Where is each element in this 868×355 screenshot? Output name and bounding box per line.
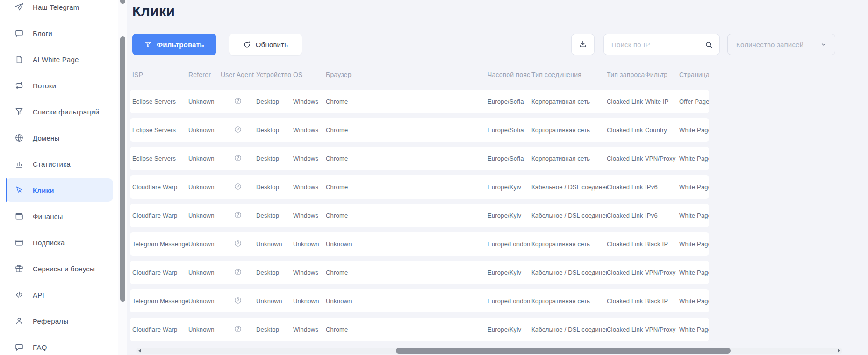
cell-device: Desktop (256, 326, 293, 333)
cell-timezone: Europe/London (488, 298, 531, 305)
cell-referer: Unknown (188, 212, 221, 219)
vertical-scrollbar-thumb-top[interactable] (120, 0, 125, 4)
sidebar-item-flows[interactable]: Потоки (6, 74, 113, 97)
cell-user-agent (221, 97, 256, 106)
vertical-scrollbar-thumb[interactable] (120, 36, 125, 302)
sidebar-item-clicks[interactable]: Клики (6, 178, 113, 202)
gift-icon (14, 264, 24, 273)
sidebar-item-telegram[interactable]: Наш Telegram (6, 0, 113, 19)
user-agent-question-circle-icon[interactable] (234, 182, 242, 191)
sidebar-item-domains[interactable]: Домены (6, 126, 113, 149)
chevron-down-icon (820, 41, 827, 48)
sidebar-item-ai-white-page[interactable]: AI White Page (6, 48, 113, 71)
cell-browser: Chrome (326, 127, 488, 134)
cell-user-agent (221, 239, 256, 249)
cell-referer: Unknown (188, 98, 221, 105)
user-agent-question-circle-icon[interactable] (234, 268, 242, 276)
sidebar-item-services[interactable]: Сервисы и бонусы (6, 257, 113, 280)
cell-isp: Telegram Messenger (130, 298, 188, 305)
cell-user-agent (221, 154, 256, 163)
user-agent-question-circle-icon[interactable] (234, 296, 242, 305)
cell-timezone: Europe/Sofia (488, 98, 531, 105)
sidebar-item-label: Блоги (33, 29, 52, 37)
sidebar-item-label: Наш Telegram (33, 3, 79, 11)
user-agent-question-circle-icon[interactable] (234, 125, 242, 134)
horizontal-scrollbar-thumb[interactable] (396, 348, 731, 354)
refresh-button[interactable]: Обновить (229, 34, 302, 55)
cell-page: Offer Page (679, 98, 709, 105)
sidebar-item-label: API (33, 291, 44, 299)
horizontal-scrollbar[interactable] (136, 348, 842, 354)
sidebar-item-label: Сервисы и бонусы (33, 265, 95, 273)
cell-browser: Chrome (326, 155, 488, 162)
cell-page: White Page (679, 326, 709, 333)
column-header: Тип соединения (531, 71, 607, 78)
cell-connection: Кабельное / DSL соединение (531, 212, 607, 219)
sidebar-item-statistics[interactable]: Статистика (6, 152, 113, 176)
search-box (603, 34, 720, 55)
sidebar-item-finance[interactable]: Финансы (6, 205, 113, 228)
globe-icon (14, 133, 24, 142)
sidebar-item-label: Финансы (33, 213, 63, 220)
sidebar-item-filter-lists[interactable]: Списки фильтраций (6, 100, 113, 123)
cell-timezone: Europe/Kyiv (488, 326, 531, 333)
cell-request-type: Cloaked Link (607, 326, 645, 333)
cell-user-agent (221, 211, 256, 220)
search-input[interactable] (604, 34, 705, 55)
cell-user-agent (221, 296, 256, 306)
download-icon (578, 39, 588, 50)
cell-page: White Page (679, 269, 709, 276)
main-content: Клики Фильтровать Обновить Количество за… (127, 0, 868, 355)
cell-browser: Unknown (326, 241, 488, 248)
cell-connection: Корпоративная сеть (531, 241, 607, 248)
filter-button[interactable]: Фильтровать (132, 34, 216, 55)
user-agent-question-circle-icon[interactable] (234, 325, 242, 333)
sidebar-item-subscription[interactable]: Подписка (6, 231, 113, 254)
user-agent-question-circle-icon[interactable] (234, 154, 242, 162)
user-agent-question-circle-icon[interactable] (234, 239, 242, 248)
cursor-icon (14, 185, 24, 195)
column-header: Часовой пояс (488, 71, 531, 78)
sidebar-nav: Наш TelegramБлогиAI White PageПотокиСпис… (0, 0, 118, 355)
sidebar-item-referrals[interactable]: Рефералы (6, 309, 113, 333)
cell-device: Desktop (256, 212, 293, 219)
card-icon (14, 238, 24, 247)
sidebar-item-api[interactable]: API (6, 283, 113, 306)
sidebar-item-faq[interactable]: FAQ (6, 335, 113, 355)
column-header: OS (293, 71, 326, 78)
cell-os: Unknown (293, 298, 326, 305)
cell-device: Desktop (256, 127, 293, 134)
cell-device: Desktop (256, 184, 293, 191)
sidebar-item-label: Подписка (33, 239, 65, 247)
column-header: ISP (130, 71, 188, 78)
user-agent-question-circle-icon[interactable] (234, 97, 242, 105)
wallet-icon (14, 212, 24, 221)
chat-icon (14, 28, 24, 38)
cell-referer: Unknown (188, 269, 221, 276)
sidebar-item-label: Клики (33, 186, 54, 194)
cell-browser: Chrome (326, 326, 488, 333)
scroll-right-arrow-icon[interactable] (838, 349, 840, 353)
funnel-icon (144, 41, 152, 48)
cell-referer: Unknown (188, 127, 221, 134)
cell-isp: Cloudflare Warp (130, 326, 188, 333)
download-button[interactable] (571, 34, 595, 55)
cell-os: Windows (293, 127, 326, 134)
cell-os: Windows (293, 326, 326, 333)
scroll-left-arrow-icon[interactable] (138, 349, 141, 353)
user-agent-question-circle-icon[interactable] (234, 211, 242, 219)
sidebar-item-label: FAQ (33, 343, 47, 351)
cell-page: White Page (679, 127, 709, 134)
flows-icon (14, 81, 24, 90)
cell-timezone: Europe/Sofia (488, 155, 531, 162)
sidebar-item-blogs[interactable]: Блоги (6, 21, 113, 45)
cell-request-type: Cloaked Link (607, 184, 645, 191)
search-icon[interactable] (704, 40, 713, 49)
table-row: Telegram MessengerUnknownUnknownUnknownU… (130, 289, 709, 312)
column-header: Referer (188, 71, 221, 78)
table-row: Telegram MessengerUnknownUnknownUnknownU… (130, 232, 709, 256)
records-select[interactable]: Количество записей (727, 34, 835, 55)
cell-connection: Корпоративная сеть (531, 155, 607, 162)
main-vertical-scrollbar[interactable] (118, 0, 127, 355)
cell-referer: Unknown (188, 241, 221, 248)
